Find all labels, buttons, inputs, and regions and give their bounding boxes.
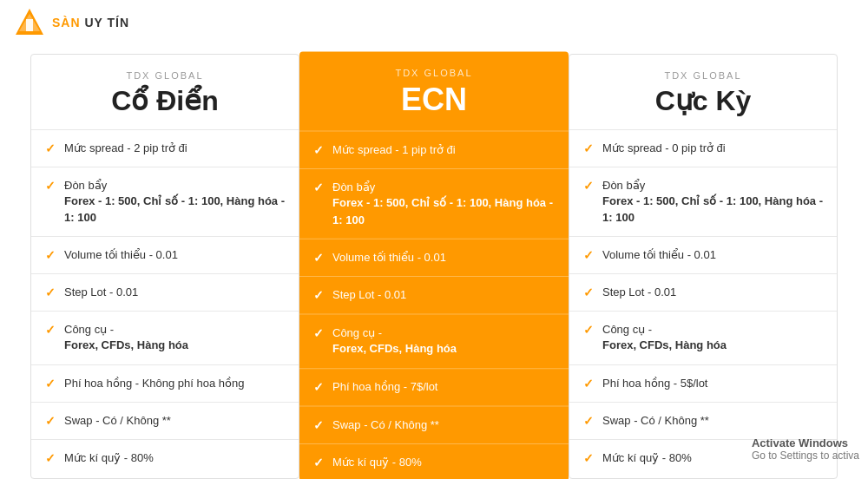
feature-item: ✓Step Lot - 0.01 xyxy=(569,273,837,311)
logo: SÀN UY TÍN xyxy=(14,7,129,38)
feature-text: Phí hoa hồng - 7$/lot xyxy=(332,379,437,395)
feature-text: Mức spread - 0 pip trở đi xyxy=(602,141,726,156)
check-icon: ✓ xyxy=(313,456,324,469)
feature-text: Swap - Có / Không ** xyxy=(602,413,709,429)
feature-item: ✓Đòn bẩyForex - 1: 500, Chỉ số - 1: 100,… xyxy=(569,167,837,236)
card-title-cuc-ky: Cực Kỳ xyxy=(578,84,828,117)
check-icon: ✓ xyxy=(313,326,324,340)
feature-text: Swap - Có / Không ** xyxy=(332,417,439,432)
feature-item: ✓Phí hoa hồng - Không phí hoa hồng xyxy=(31,364,299,402)
feature-item: ✓Phí hoa hồng - 5$/lot xyxy=(569,364,837,402)
check-icon: ✓ xyxy=(313,143,324,157)
feature-text: Phí hoa hồng - 5$/lot xyxy=(602,376,707,391)
feature-item: ✓Step Lot - 0.01 xyxy=(31,273,299,311)
check-icon: ✓ xyxy=(313,180,324,194)
feature-item: ✓Swap - Có / Không ** xyxy=(31,402,299,439)
feature-text: Volume tối thiểu - 0.01 xyxy=(332,250,446,266)
card-brand-cuc-ky: TDX GLOBAL xyxy=(578,70,828,81)
check-icon: ✓ xyxy=(313,251,324,265)
feature-item: ✓Volume tối thiểu - 0.01 xyxy=(299,238,569,276)
activate-windows-title: Activate Windows xyxy=(752,436,859,449)
feature-text: Step Lot - 0.01 xyxy=(332,287,406,303)
feature-text: Mức kí quỹ - 80% xyxy=(602,450,692,466)
feature-text: Volume tối thiểu - 0.01 xyxy=(64,247,178,263)
feature-text: Công cụ -Forex, CFDs, Hàng hóa xyxy=(332,325,457,358)
check-icon: ✓ xyxy=(45,377,56,390)
feature-item: ✓Step Lot - 0.01 xyxy=(299,276,569,314)
cards-container: TDX GLOBALCổ Điển✓Mức spread - 2 pip trở… xyxy=(0,45,868,479)
logo-icon xyxy=(14,7,45,38)
feature-item: ✓Mức spread - 2 pip trở đi xyxy=(31,129,299,167)
card-header-cuc-ky: TDX GLOBALCực Kỳ xyxy=(569,55,837,129)
check-icon: ✓ xyxy=(583,248,594,262)
check-icon: ✓ xyxy=(45,451,56,465)
feature-text: Phí hoa hồng - Không phí hoa hồng xyxy=(64,376,245,391)
feature-text: Đòn bẩyForex - 1: 500, Chỉ số - 1: 100, … xyxy=(332,180,555,227)
feature-text: Công cụ -Forex, CFDs, Hàng hóa xyxy=(64,322,188,353)
logo-rest: UY TÍN xyxy=(81,16,130,30)
card-co-dien: TDX GLOBALCổ Điển✓Mức spread - 2 pip trở… xyxy=(30,54,299,479)
check-icon: ✓ xyxy=(313,417,324,431)
feature-item: ✓Mức kí quỹ - 80% xyxy=(31,439,299,476)
check-icon: ✓ xyxy=(45,248,56,262)
card-title-co-dien: Cổ Điển xyxy=(40,84,290,117)
card-features-co-dien: ✓Mức spread - 2 pip trở đi✓Đòn bẩyForex … xyxy=(31,129,299,476)
feature-item: ✓Công cụ -Forex, CFDs, Hàng hóa xyxy=(299,314,569,368)
check-icon: ✓ xyxy=(583,179,594,193)
feature-item: ✓Phí hoa hồng - 7$/lot xyxy=(299,368,569,406)
feature-text: Mức spread - 2 pip trở đi xyxy=(64,141,187,156)
feature-item: ✓Volume tối thiểu - 0.01 xyxy=(31,236,299,273)
check-icon: ✓ xyxy=(583,323,594,337)
check-icon: ✓ xyxy=(45,285,56,299)
check-icon: ✓ xyxy=(45,323,56,337)
header: SÀN UY TÍN xyxy=(0,0,868,45)
feature-text: Volume tối thiểu - 0.01 xyxy=(602,247,716,263)
feature-item: ✓Đòn bẩyForex - 1: 500, Chỉ số - 1: 100,… xyxy=(31,167,299,236)
feature-item: ✓Công cụ -Forex, CFDs, Hàng hóa xyxy=(31,311,299,364)
check-icon: ✓ xyxy=(45,179,56,193)
feature-item: ✓Công cụ -Forex, CFDs, Hàng hóa xyxy=(569,311,837,364)
logo-text: SÀN UY TÍN xyxy=(52,16,129,30)
card-features-cuc-ky: ✓Mức spread - 0 pip trở đi✓Đòn bẩyForex … xyxy=(569,129,837,476)
feature-text: Step Lot - 0.01 xyxy=(602,285,676,300)
check-icon: ✓ xyxy=(583,285,594,299)
check-icon: ✓ xyxy=(583,141,594,155)
card-brand-co-dien: TDX GLOBAL xyxy=(40,70,290,81)
card-title-ecn: ECN xyxy=(308,82,560,118)
card-brand-ecn: TDX GLOBAL xyxy=(308,68,560,78)
card-header-ecn: TDX GLOBALECN xyxy=(299,52,569,131)
check-icon: ✓ xyxy=(583,451,594,465)
feature-item: ✓Volume tối thiểu - 0.01 xyxy=(569,236,837,273)
feature-text: Mức spread - 1 pip trở đi xyxy=(332,142,456,158)
feature-item: ✓Đòn bẩyForex - 1: 500, Chỉ số - 1: 100,… xyxy=(299,168,569,238)
check-icon: ✓ xyxy=(313,288,324,302)
card-header-co-dien: TDX GLOBALCổ Điển xyxy=(31,55,299,129)
card-cuc-ky: TDX GLOBALCực Kỳ✓Mức spread - 0 pip trở … xyxy=(569,54,838,479)
activate-windows-watermark: Activate Windows Go to Settings to activ… xyxy=(752,436,859,462)
feature-item: ✓Swap - Có / Không ** xyxy=(299,405,569,443)
feature-text: Đòn bẩyForex - 1: 500, Chỉ số - 1: 100, … xyxy=(602,178,823,226)
check-icon: ✓ xyxy=(583,414,594,428)
feature-item: ✓Mức spread - 0 pip trở đi xyxy=(569,129,837,167)
feature-item: ✓Mức kí quỹ - 80% xyxy=(299,443,569,479)
check-icon: ✓ xyxy=(45,141,56,155)
check-icon: ✓ xyxy=(313,380,324,394)
feature-item: ✓Swap - Có / Không ** xyxy=(569,402,837,439)
feature-text: Mức kí quỹ - 80% xyxy=(332,455,422,470)
check-icon: ✓ xyxy=(583,377,594,390)
logo-highlight: SÀN xyxy=(52,16,81,30)
activate-windows-subtitle: Go to Settings to activa xyxy=(752,449,859,462)
card-ecn: TDX GLOBALECN✓Mức spread - 1 pip trở đi✓… xyxy=(299,52,569,479)
feature-text: Swap - Có / Không ** xyxy=(64,413,171,429)
svg-rect-2 xyxy=(26,19,33,31)
card-features-ecn: ✓Mức spread - 1 pip trở đi✓Đòn bẩyForex … xyxy=(299,130,569,479)
feature-item: ✓Mức spread - 1 pip trở đi xyxy=(299,130,569,168)
feature-text: Step Lot - 0.01 xyxy=(64,285,138,300)
feature-text: Mức kí quỹ - 80% xyxy=(64,450,154,466)
feature-text: Công cụ -Forex, CFDs, Hàng hóa xyxy=(602,322,727,353)
check-icon: ✓ xyxy=(45,414,56,428)
feature-text: Đòn bẩyForex - 1: 500, Chỉ số - 1: 100, … xyxy=(64,178,285,226)
